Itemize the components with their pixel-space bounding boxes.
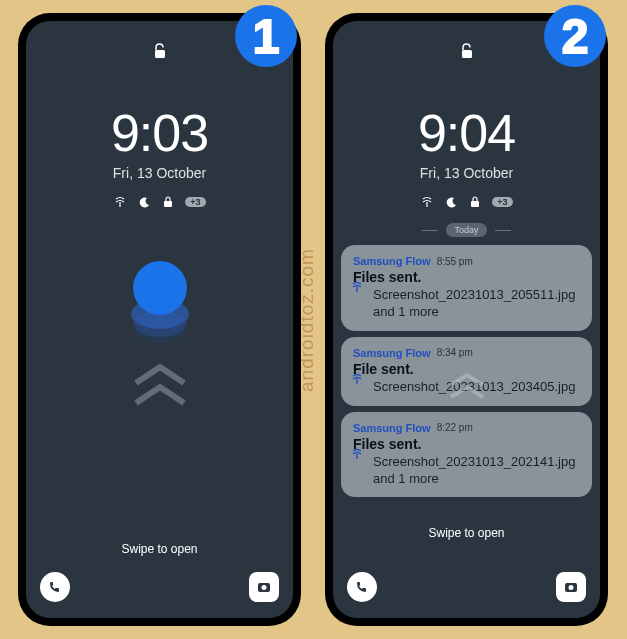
flow-icon — [113, 195, 127, 209]
svg-rect-1 — [164, 201, 172, 207]
flow-small-icon — [351, 281, 363, 296]
svg-rect-0 — [155, 50, 165, 58]
status-row: +3 — [26, 195, 293, 209]
phone-icon — [48, 580, 62, 594]
phone-frame-2: 9:04 Fri, 13 October +3 Today Samsung Fl… — [325, 13, 608, 626]
notification-app-name: Samsung Flow — [353, 422, 431, 434]
notification-body: Screenshot_20231013_202141.jpg and 1 mor… — [353, 454, 580, 488]
flow-small-icon — [351, 373, 363, 388]
phone-shortcut-button[interactable] — [347, 572, 377, 602]
notification-count-badge: +3 — [492, 197, 512, 207]
notification-time: 8:22 pm — [437, 422, 473, 433]
step-badge-2: 2 — [544, 5, 606, 67]
svg-point-3 — [262, 585, 267, 590]
phone-shortcut-button[interactable] — [40, 572, 70, 602]
notification-time: 8:34 pm — [437, 347, 473, 358]
camera-shortcut-button[interactable] — [249, 572, 279, 602]
notification-app-name: Samsung Flow — [353, 347, 431, 359]
swipe-hint-text: Swipe to open — [428, 526, 504, 540]
step-badge-1: 1 — [235, 5, 297, 67]
swipe-hint-text: Swipe to open — [121, 542, 197, 556]
notification-card[interactable]: Samsung Flow 8:55 pm Files sent. Screens… — [341, 245, 592, 331]
dnd-moon-icon — [137, 195, 151, 209]
camera-icon — [257, 581, 271, 593]
notification-card[interactable]: Samsung Flow 8:22 pm Files sent. Screens… — [341, 412, 592, 498]
phone-frame-1: 9:03 Fri, 13 October +3 Swipe to open — [18, 13, 301, 626]
svg-rect-4 — [462, 50, 472, 58]
svg-point-7 — [569, 585, 574, 590]
lock-small-icon — [468, 195, 482, 209]
notification-body: Screenshot_20231013_205511.jpg and 1 mor… — [353, 287, 580, 321]
unlock-icon — [153, 43, 167, 63]
notification-app-name: Samsung Flow — [353, 255, 431, 267]
swipe-up-chevron-icon — [447, 371, 487, 405]
notification-count-badge: +3 — [185, 197, 205, 207]
today-divider: Today — [333, 223, 600, 237]
lock-screen-1[interactable]: 9:03 Fri, 13 October +3 Swipe to open — [26, 21, 293, 618]
unlock-icon — [460, 43, 474, 63]
lock-small-icon — [161, 195, 175, 209]
camera-icon — [564, 581, 578, 593]
notification-time: 8:55 pm — [437, 256, 473, 267]
clock-date: Fri, 13 October — [26, 165, 293, 181]
clock-time: 9:04 — [333, 103, 600, 163]
lock-screen-2[interactable]: 9:04 Fri, 13 October +3 Today Samsung Fl… — [333, 21, 600, 618]
flow-icon — [420, 195, 434, 209]
clock-time: 9:03 — [26, 103, 293, 163]
today-label: Today — [446, 223, 486, 237]
notification-title: Files sent. — [353, 436, 580, 452]
svg-rect-5 — [471, 201, 479, 207]
phone-icon — [355, 580, 369, 594]
clock-date: Fri, 13 October — [333, 165, 600, 181]
notification-title: Files sent. — [353, 269, 580, 285]
fingerprint-indicator[interactable] — [133, 261, 187, 315]
swipe-up-chevron-icon — [130, 361, 190, 415]
dnd-moon-icon — [444, 195, 458, 209]
camera-shortcut-button[interactable] — [556, 572, 586, 602]
flow-small-icon — [351, 448, 363, 463]
status-row: +3 — [333, 195, 600, 209]
